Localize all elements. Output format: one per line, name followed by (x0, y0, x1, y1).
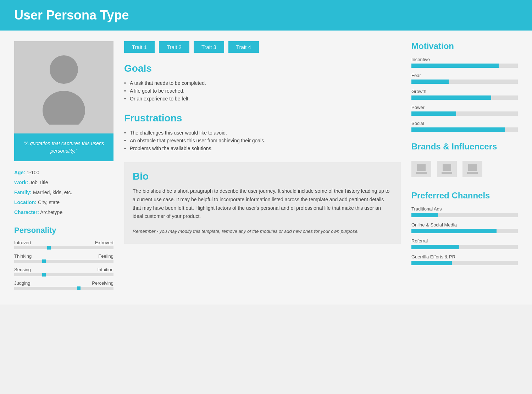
trait-button-2[interactable]: Trait 2 (159, 41, 189, 53)
channels-title: Preferred Channels (411, 191, 518, 201)
info-section: Age: 1-100 Work: Job Title Family: Marri… (14, 168, 113, 217)
scale-indicator-2 (42, 259, 46, 263)
channel-bar-track-4 (411, 261, 518, 265)
brand-icon-1 (417, 164, 426, 171)
motivation-bar-row-4: Power (411, 105, 518, 116)
goal-item-2: A life goal to be reached. (124, 87, 401, 95)
trait-button-3[interactable]: Trait 3 (194, 41, 224, 53)
motivation-bar-row-2: Fear (411, 73, 518, 84)
frustration-item-1: The challenges this user would like to a… (124, 129, 401, 137)
brand-placeholder-2 (437, 161, 457, 177)
brand-label-1 (416, 172, 427, 174)
trait-button-1[interactable]: Trait 1 (124, 41, 155, 53)
scale-track-2 (14, 260, 113, 263)
brand-label-3 (467, 172, 478, 174)
avatar-silhouette (41, 50, 87, 125)
scale-indicator-4 (77, 286, 81, 290)
goals-section: Goals A task that needs to be completed.… (124, 63, 401, 103)
goal-item-3: Or an experience to be felt. (124, 95, 401, 103)
motivation-bar-fill-1 (411, 64, 499, 68)
family-label: Family: (14, 190, 32, 195)
bio-text: The bio should be a short paragraph to d… (133, 187, 392, 221)
brands-icons (411, 157, 518, 181)
frustration-item-2: An obstacle that prevents this user from… (124, 137, 401, 144)
scale-left-2: Thinking (14, 253, 32, 259)
right-column: Motivation Incentive Fear Growth Power S… (411, 41, 518, 294)
frustrations-section: Frustrations The challenges this user wo… (124, 113, 401, 152)
personality-scale-4: Judging Perceiving (14, 280, 113, 290)
quote-box: "A quotation that captures this user's p… (14, 133, 113, 161)
motivation-bar-label-1: Incentive (411, 57, 518, 62)
channel-bar-track-1 (411, 213, 518, 217)
personality-section: Personality Introvert Extrovert Thinking… (14, 226, 113, 290)
goal-item-1: A task that needs to be completed. (124, 79, 401, 87)
motivation-bar-track-5 (411, 127, 518, 132)
channel-bar-fill-4 (411, 261, 452, 265)
page-header: User Persona Type (0, 0, 532, 31)
motivation-bar-track-2 (411, 80, 518, 84)
channel-bar-label-3: Referral (411, 238, 518, 243)
scale-labels-3: Sensing Intuition (14, 267, 113, 272)
svg-point-1 (43, 91, 85, 125)
motivation-bar-track-1 (411, 64, 518, 68)
scale-right-2: Feeling (98, 253, 113, 259)
brand-icon-2 (443, 164, 451, 171)
svg-point-0 (50, 55, 78, 84)
personality-scale-2: Thinking Feeling (14, 253, 113, 263)
location-value: City, state (38, 199, 60, 205)
motivation-bar-label-2: Fear (411, 73, 518, 78)
scale-indicator-1 (47, 246, 51, 250)
motivation-bar-row-3: Growth (411, 89, 518, 100)
trait-button-4[interactable]: Trait 4 (228, 41, 259, 53)
brand-label-2 (442, 172, 452, 174)
motivation-bar-fill-5 (411, 127, 505, 132)
quote-text: "A quotation that captures this user's p… (21, 140, 106, 155)
family-value: Married, kids, etc. (33, 190, 72, 195)
brand-placeholder-1 (411, 161, 431, 177)
channel-bar-row-2: Online & Social Media (411, 222, 518, 233)
motivation-bar-fill-2 (411, 80, 449, 84)
work-value: Job Title (29, 180, 48, 185)
channel-bar-row-3: Referral (411, 238, 518, 249)
bio-section: Bio The bio should be a short paragraph … (124, 162, 401, 244)
age-row: Age: 1-100 (14, 168, 113, 177)
character-row: Character: Archetype (14, 207, 113, 217)
scale-left-3: Sensing (14, 267, 31, 272)
frustrations-title: Frustrations (124, 113, 401, 124)
brand-icon-3 (468, 164, 477, 171)
motivation-title: Motivation (411, 41, 518, 51)
character-label: Character: (14, 209, 39, 215)
left-column: "A quotation that captures this user's p… (14, 41, 113, 294)
age-value: 1-100 (27, 170, 39, 175)
motivation-bar-row-5: Social (411, 121, 518, 132)
channel-bar-fill-3 (411, 245, 459, 249)
motivation-bar-fill-4 (411, 111, 456, 116)
work-row: Work: Job Title (14, 177, 113, 187)
avatar-box (14, 41, 113, 133)
scale-left-4: Judging (14, 280, 31, 286)
scale-left-1: Introvert (14, 240, 31, 245)
bio-title: Bio (133, 171, 392, 182)
scale-right-1: Extrovert (95, 240, 113, 245)
character-value: Archetype (40, 209, 62, 215)
middle-column: Trait 1Trait 2Trait 3Trait 4 Goals A tas… (124, 41, 401, 294)
personality-scales: Introvert Extrovert Thinking Feeling Sen… (14, 240, 113, 290)
scale-track-1 (14, 246, 113, 249)
location-label: Location: (14, 199, 37, 205)
motivation-section: Motivation Incentive Fear Growth Power S… (411, 41, 518, 132)
motivation-bars: Incentive Fear Growth Power Social (411, 57, 518, 132)
scale-right-4: Perceiving (92, 280, 113, 286)
scale-right-3: Intuition (97, 267, 113, 272)
main-content: "A quotation that captures this user's p… (0, 31, 532, 305)
channel-bar-fill-1 (411, 213, 438, 217)
motivation-bar-fill-3 (411, 95, 491, 100)
channel-bar-row-1: Traditional Ads (411, 206, 518, 217)
page-title: User Persona Type (14, 8, 518, 23)
brand-placeholder-3 (462, 161, 482, 177)
motivation-bar-track-3 (411, 95, 518, 100)
personality-title: Personality (14, 226, 113, 235)
channel-bar-fill-2 (411, 229, 497, 233)
age-label: Age: (14, 170, 25, 175)
motivation-bar-label-4: Power (411, 105, 518, 110)
goals-title: Goals (124, 63, 401, 74)
